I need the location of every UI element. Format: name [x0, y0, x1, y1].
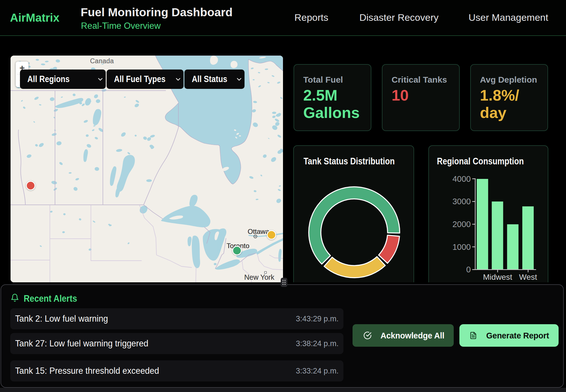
- svg-text:0: 0: [466, 265, 471, 274]
- svg-text:New York: New York: [244, 273, 274, 281]
- svg-text:3000: 3000: [452, 197, 471, 206]
- svg-text:Midwest: Midwest: [483, 273, 512, 281]
- svg-text:4000: 4000: [452, 174, 471, 183]
- svg-text:2000: 2000: [452, 220, 471, 229]
- svg-text:Ottawa: Ottawa: [248, 228, 270, 235]
- svg-text:West: West: [519, 273, 537, 281]
- svg-text:1000: 1000: [452, 242, 471, 252]
- svg-text:Canada: Canada: [90, 57, 114, 65]
